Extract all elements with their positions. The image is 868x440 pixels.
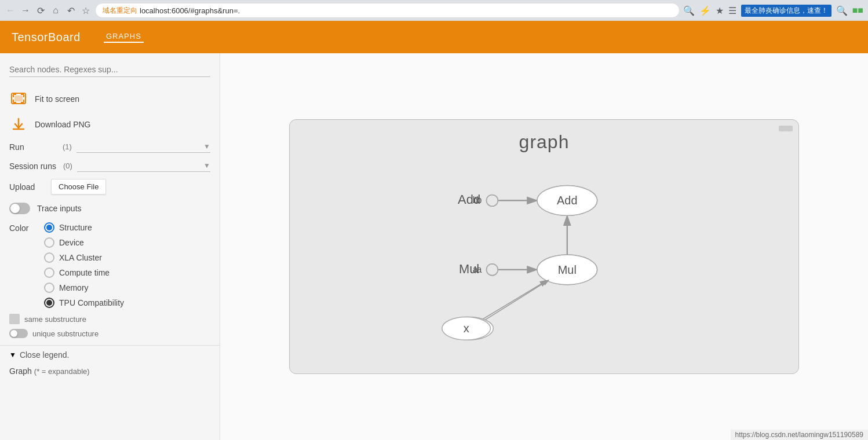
radio-compute-outer bbox=[44, 267, 54, 278]
run-row: Run (1) ▼ bbox=[0, 137, 220, 156]
color-option-device[interactable]: Device bbox=[44, 237, 124, 248]
svg-point-20 bbox=[486, 264, 498, 276]
url-domain: 域名重定向 bbox=[103, 6, 137, 16]
radio-device-outer bbox=[44, 237, 54, 248]
menu-icon[interactable]: ☰ bbox=[728, 5, 736, 16]
graph-area: graph bbox=[220, 53, 868, 440]
home-button[interactable]: ⌂ bbox=[50, 5, 61, 16]
news-search-icon[interactable]: 🔍 bbox=[836, 5, 848, 16]
session-select-wrapper[interactable]: ▼ bbox=[77, 160, 210, 172]
color-option-xla[interactable]: XLA Cluster bbox=[44, 252, 124, 263]
bookmark-icon[interactable]: ★ bbox=[716, 5, 724, 16]
color-structure-label: Structure bbox=[59, 223, 92, 232]
search-input[interactable] bbox=[9, 63, 210, 77]
session-runs-label: Session runs bbox=[9, 162, 56, 171]
app-header: TensorBoard GRAPHS bbox=[0, 21, 868, 53]
unique-toggle-knob bbox=[10, 330, 17, 337]
color-option-memory[interactable]: Memory bbox=[44, 283, 124, 293]
graphs-tab[interactable]: GRAPHS bbox=[104, 32, 144, 43]
run-count: (1) bbox=[63, 142, 72, 151]
color-memory-label: Memory bbox=[59, 283, 89, 292]
sidebar: Fit to screen Download PNG Run (1) ▼ S bbox=[0, 53, 220, 440]
trace-inputs-row: Trace inputs bbox=[0, 198, 220, 219]
status-bar: https://blog.csdn.net/laomingw151190589 bbox=[731, 430, 869, 440]
radio-tpu-outer bbox=[44, 298, 54, 308]
trace-inputs-toggle[interactable] bbox=[9, 203, 30, 214]
radio-tpu-inner bbox=[46, 300, 52, 306]
address-bar[interactable]: 域名重定向 localhost:6006/#graphs&run=. bbox=[95, 3, 680, 18]
reload-button[interactable]: ⟳ bbox=[35, 5, 46, 16]
color-xla-label: XLA Cluster bbox=[59, 253, 102, 262]
choose-file-button[interactable]: Choose File bbox=[51, 179, 106, 195]
svg-line-5 bbox=[481, 280, 548, 321]
graph-legend-title: Graph bbox=[9, 366, 32, 376]
same-structure-swatch bbox=[9, 314, 20, 324]
color-option-compute[interactable]: Compute time bbox=[44, 267, 124, 278]
color-device-label: Device bbox=[59, 238, 84, 247]
colors-swatch-row: same substructure bbox=[0, 311, 220, 327]
svg-text:a: a bbox=[477, 265, 482, 274]
svg-text:x: x bbox=[464, 322, 469, 335]
back-button[interactable]: ← bbox=[5, 5, 16, 16]
svg-rect-1 bbox=[14, 96, 23, 101]
fit-to-screen-label: Fit to screen bbox=[35, 94, 79, 104]
undo-button[interactable]: ↶ bbox=[65, 5, 76, 16]
trace-inputs-label: Trace inputs bbox=[37, 204, 82, 213]
forward-button[interactable]: → bbox=[20, 5, 31, 16]
graph-container[interactable]: graph bbox=[289, 119, 799, 374]
upload-label: Upload bbox=[9, 182, 44, 192]
download-icon bbox=[9, 115, 28, 134]
toggle-knob bbox=[10, 204, 20, 213]
extensions-icon[interactable]: ■■ bbox=[852, 5, 863, 16]
svg-line-30 bbox=[485, 280, 549, 320]
url-path: localhost:6006/#graphs&run=. bbox=[140, 6, 240, 15]
status-url: https://blog.csdn.net/laomingw151190589 bbox=[735, 431, 864, 439]
color-row: Color Structure Device XLA Cluster bbox=[0, 219, 220, 311]
radio-structure-inner bbox=[46, 225, 52, 230]
main-layout: Fit to screen Download PNG Run (1) ▼ S bbox=[0, 53, 868, 440]
unique-substructure-label: unique substructure bbox=[32, 329, 99, 338]
run-select-wrapper[interactable]: ▼ bbox=[76, 141, 210, 153]
lightning-icon[interactable]: ⚡ bbox=[699, 5, 711, 16]
graph-expandable-label: (* = expandable) bbox=[34, 367, 90, 376]
legend-toggle-label: Close legend. bbox=[20, 350, 70, 360]
legend-toggle[interactable]: ▼ Close legend. bbox=[0, 345, 220, 364]
upload-row: Upload Choose File bbox=[0, 175, 220, 198]
news-notification: 最全肺炎确诊信息，速查！ bbox=[741, 5, 831, 17]
color-tpu-label: TPU Compatibility bbox=[59, 298, 124, 307]
svg-text:Add: Add bbox=[557, 194, 577, 207]
color-compute-label: Compute time bbox=[59, 268, 110, 277]
radio-structure-outer bbox=[44, 222, 54, 233]
browser-bar: ← → ⟳ ⌂ ↶ ☆ 域名重定向 localhost:6006/#graphs… bbox=[0, 0, 868, 21]
chevron-down-icon: ▼ bbox=[9, 351, 16, 359]
download-png-label: Download PNG bbox=[35, 120, 91, 129]
svg-point-17 bbox=[486, 195, 498, 206]
svg-text:b: b bbox=[477, 195, 482, 205]
svg-text:Mul: Mul bbox=[558, 263, 577, 276]
color-radio-group: Structure Device XLA Cluster Compute tim… bbox=[44, 222, 124, 308]
color-option-tpu[interactable]: TPU Compatibility bbox=[44, 298, 124, 308]
star-button[interactable]: ☆ bbox=[80, 5, 92, 16]
download-png-action[interactable]: Download PNG bbox=[0, 112, 220, 137]
unique-toggle-swatch bbox=[9, 329, 28, 338]
run-label: Run bbox=[9, 142, 56, 152]
same-substructure-label: same substructure bbox=[24, 315, 86, 324]
search-box[interactable] bbox=[9, 63, 210, 77]
browser-icons: 🔍 ⚡ ★ ☰ 最全肺炎确诊信息，速查！ 🔍 ■■ bbox=[683, 5, 863, 17]
radio-memory-outer bbox=[44, 283, 54, 293]
graph-legend: Graph (* = expandable) bbox=[0, 364, 220, 378]
run-select[interactable] bbox=[76, 141, 210, 152]
session-runs-row: Session runs (0) ▼ bbox=[0, 156, 220, 175]
session-select[interactable] bbox=[77, 160, 210, 171]
fit-icon bbox=[9, 90, 28, 108]
color-label: Color bbox=[9, 223, 39, 233]
app-title: TensorBoard bbox=[12, 31, 81, 44]
session-runs-count: (0) bbox=[63, 162, 72, 170]
color-option-structure[interactable]: Structure bbox=[44, 222, 124, 233]
search-icon[interactable]: 🔍 bbox=[683, 5, 695, 16]
unique-swatch-row: unique substructure bbox=[0, 327, 220, 340]
radio-xla-outer bbox=[44, 252, 54, 263]
fit-to-screen-action[interactable]: Fit to screen bbox=[0, 86, 220, 112]
graph-svg: Add Mul x b a b a bbox=[290, 120, 798, 373]
